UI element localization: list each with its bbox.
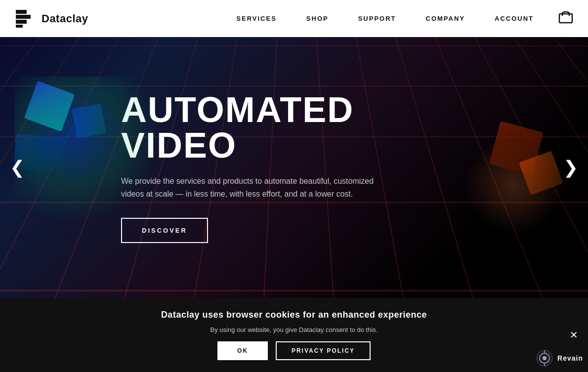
svg-point-7 bbox=[543, 356, 546, 360]
privacy-policy-button[interactable]: PRIVACY POLICY bbox=[276, 341, 371, 360]
svg-rect-1 bbox=[16, 15, 31, 19]
revain-label: Revain bbox=[557, 354, 583, 362]
deco-cube-2 bbox=[72, 104, 106, 138]
nav-company[interactable]: COMPANY bbox=[426, 15, 465, 22]
revain-widget[interactable]: Revain bbox=[536, 349, 583, 367]
svg-rect-2 bbox=[16, 20, 27, 24]
svg-rect-3 bbox=[16, 25, 23, 28]
prev-slide-button[interactable]: ❮ bbox=[5, 152, 30, 183]
next-slide-button[interactable]: ❯ bbox=[558, 152, 583, 183]
cookie-subtitle: By using our website, you give Dataclay … bbox=[210, 326, 378, 333]
discover-button[interactable]: DISCOVER bbox=[121, 218, 208, 243]
nav-support[interactable]: SUPPORT bbox=[358, 15, 396, 22]
nav-services[interactable]: SERVICES bbox=[236, 15, 277, 22]
cookie-banner: Dataclay uses browser cookies for an enh… bbox=[0, 298, 588, 372]
cookie-title: Dataclay uses browser cookies for an enh… bbox=[161, 310, 427, 320]
nav-links: SERVICES SHOP SUPPORT COMPANY ACCOUNT bbox=[236, 15, 534, 22]
nav-account[interactable]: ACCOUNT bbox=[495, 15, 534, 22]
revain-icon bbox=[536, 349, 553, 367]
svg-rect-0 bbox=[16, 10, 27, 14]
cart-button[interactable] bbox=[558, 11, 573, 27]
svg-rect-4 bbox=[559, 14, 572, 23]
hero-title: AUTOMATED VIDEO bbox=[121, 92, 418, 163]
brand-name: Dataclay bbox=[42, 12, 88, 25]
cookie-close-button[interactable]: ✕ bbox=[570, 329, 578, 341]
hero-content: AUTOMATED VIDEO We provide the services … bbox=[121, 92, 418, 243]
hero-subtitle: We provide the services and products to … bbox=[121, 175, 378, 200]
cookie-ok-button[interactable]: OK bbox=[217, 341, 268, 360]
dataclay-logo-icon bbox=[15, 8, 37, 30]
deco-cube-1 bbox=[24, 81, 75, 132]
navbar: Dataclay SERVICES SHOP SUPPORT COMPANY A… bbox=[0, 0, 588, 37]
hero-section: AUTOMATED VIDEO We provide the services … bbox=[0, 37, 588, 298]
nav-shop[interactable]: SHOP bbox=[306, 15, 329, 22]
cart-icon bbox=[558, 11, 573, 25]
logo-area[interactable]: Dataclay bbox=[15, 8, 88, 30]
cookie-buttons: OK PRIVACY POLICY bbox=[217, 341, 371, 360]
